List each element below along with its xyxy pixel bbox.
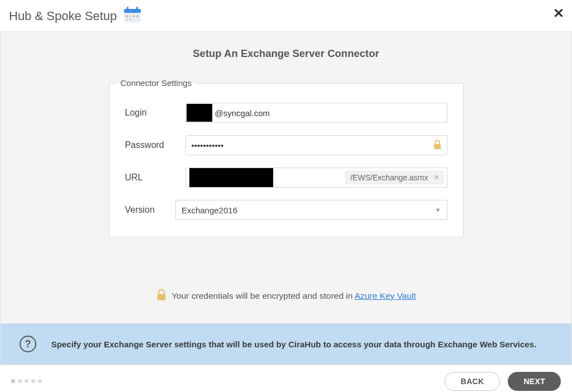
dialog-content: Setup An Exchange Server Connector Conne… xyxy=(0,32,572,365)
fieldset-legend: Connector Settings xyxy=(117,78,196,88)
info-text: Specify your Exchange Server settings th… xyxy=(45,340,561,349)
footer-buttons: BACK NEXT xyxy=(445,372,561,391)
step-dot xyxy=(18,379,22,383)
svg-point-7 xyxy=(137,15,139,17)
version-value: Exchange2016 xyxy=(182,205,237,215)
password-label: Password xyxy=(125,140,185,150)
svg-rect-3 xyxy=(136,7,138,11)
redacted-login-prefix xyxy=(187,104,212,122)
encryption-note: Your credentials will be encrypted and s… xyxy=(1,289,571,303)
step-dot xyxy=(25,379,28,383)
version-row: Version Exchange2016 ▼ xyxy=(125,200,447,220)
dialog-title: Hub & Spoke Setup xyxy=(9,9,117,23)
lock-icon xyxy=(433,140,442,152)
page-title: Setup An Exchange Server Connector xyxy=(1,47,571,60)
url-suffix-chip: /EWS/Exchange.asmx ✕ xyxy=(345,171,443,184)
svg-rect-10 xyxy=(434,144,441,149)
redacted-url-prefix xyxy=(189,168,273,187)
password-row: Password xyxy=(125,135,447,155)
svg-rect-1 xyxy=(124,9,141,13)
svg-point-9 xyxy=(130,18,132,20)
dialog-header: Hub & Spoke Setup ✕ xyxy=(0,0,572,32)
help-icon[interactable]: ? xyxy=(20,336,36,352)
encryption-note-text: Your credentials will be encrypted and s… xyxy=(171,291,355,300)
svg-point-8 xyxy=(127,18,128,20)
login-label: Login xyxy=(125,108,185,118)
close-icon[interactable]: ✕ xyxy=(553,6,564,21)
step-dot xyxy=(31,379,35,383)
login-input-wrap xyxy=(185,103,447,123)
step-indicator xyxy=(11,379,42,383)
connector-settings-fieldset: Connector Settings Login Password xyxy=(109,83,464,237)
password-input[interactable] xyxy=(185,135,447,155)
url-label: URL xyxy=(125,173,185,183)
chip-clear-icon[interactable]: ✕ xyxy=(433,173,440,181)
url-row: URL /EWS/Exchange.asmx ✕ xyxy=(125,168,447,188)
azure-key-vault-link[interactable]: Azure Key Vault xyxy=(355,291,416,300)
chevron-down-icon: ▼ xyxy=(435,207,441,213)
version-label: Version xyxy=(125,205,175,215)
svg-point-4 xyxy=(127,15,128,17)
url-input[interactable]: /EWS/Exchange.asmx ✕ xyxy=(185,168,447,188)
url-suffix-text: /EWS/Exchange.asmx xyxy=(350,173,428,182)
lock-icon xyxy=(156,289,167,303)
back-button[interactable]: BACK xyxy=(445,372,500,391)
svg-point-6 xyxy=(134,15,135,17)
svg-point-5 xyxy=(130,15,132,17)
password-input-wrap xyxy=(185,135,447,155)
login-input[interactable] xyxy=(185,103,447,123)
dialog-footer: BACK NEXT xyxy=(0,365,572,392)
calendar-icon xyxy=(122,6,142,27)
svg-rect-11 xyxy=(158,294,166,300)
step-dot xyxy=(38,379,42,383)
step-dot xyxy=(11,379,15,383)
info-bar: ? Specify your Exchange Server settings … xyxy=(1,323,571,365)
next-button[interactable]: NEXT xyxy=(508,372,561,391)
login-row: Login xyxy=(125,103,447,123)
svg-rect-2 xyxy=(127,7,128,11)
version-select[interactable]: Exchange2016 ▼ xyxy=(175,200,447,220)
